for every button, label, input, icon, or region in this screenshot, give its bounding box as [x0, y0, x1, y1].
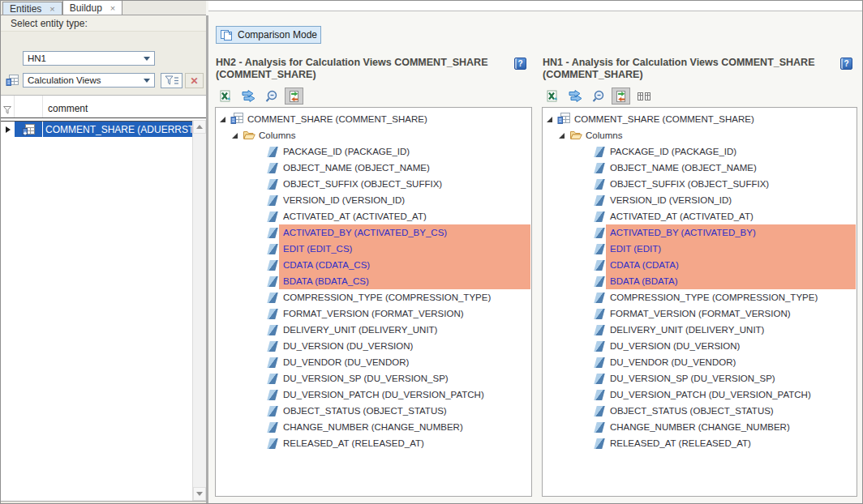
tree-column-row[interactable]: DU_VERSION_SP (DU_VERSION_SP): [216, 370, 531, 387]
column-label: DU_VENDOR (DU_VENDOR): [606, 354, 856, 370]
scroll-down-button[interactable]: [193, 487, 206, 501]
tab-buildup-close-icon[interactable]: ×: [110, 4, 115, 12]
tree-column-row[interactable]: DU_VERSION (DU_VERSION): [543, 338, 857, 354]
column-icon: [267, 163, 277, 173]
filter-funnel-icon: [165, 75, 179, 86]
compare-button[interactable]: [612, 88, 630, 105]
tree-column-row[interactable]: CHANGE_NUMBER (CHANGE_NUMBER): [216, 419, 531, 435]
expanded-arrow-icon[interactable]: [232, 133, 238, 139]
tree-column-row[interactable]: FORMAT_VERSION (FORMAT_VERSION): [216, 305, 531, 322]
sidebar-scrollbar[interactable]: [192, 120, 206, 501]
column-label: ACTIVATED_BY (ACTIVATED_BY): [606, 224, 856, 241]
filter-button[interactable]: [161, 73, 182, 88]
entity-row-selected[interactable]: COMMENT_SHARE (ADUERRSTEIN_T: [1, 122, 206, 137]
column-icon: [594, 357, 604, 368]
column-icon: [594, 374, 604, 384]
tree-column-row[interactable]: EDIT (EDIT_CS): [216, 241, 531, 257]
comment-column-header[interactable]: comment: [43, 103, 206, 117]
column-icon: [594, 195, 604, 206]
tree-column-row[interactable]: BDATA (BDATA_CS): [216, 273, 531, 289]
column-icon: [267, 260, 277, 271]
tree-folder-row[interactable]: Columns: [216, 127, 531, 143]
column-icon: [267, 244, 277, 254]
entity-type-select[interactable]: Calculation Views: [23, 73, 155, 88]
column-icon: [594, 163, 604, 173]
system-select-value: HN1: [28, 53, 46, 63]
panel-title-hn1: HN1 - Analysis for Calculation Views COM…: [543, 57, 835, 81]
tab-entities-close-icon[interactable]: ×: [49, 5, 54, 13]
help-icon[interactable]: ?: [840, 58, 852, 70]
column-label: BDATA (BDATA_CS): [279, 273, 530, 289]
tree-column-row[interactable]: BDATA (BDATA): [543, 273, 857, 289]
tree-column-row[interactable]: PACKAGE_ID (PACKAGE_ID): [216, 143, 531, 160]
tree-column-row[interactable]: ACTIVATED_AT (ACTIVATED_AT): [216, 208, 531, 224]
expanded-arrow-icon[interactable]: [220, 117, 225, 122]
tree-column-row[interactable]: OBJECT_STATUS (OBJECT_STATUS): [543, 403, 857, 419]
tree-root-row[interactable]: COMMENT_SHARE (COMMENT_SHARE): [543, 111, 857, 127]
calculation-view-icon: [6, 74, 19, 90]
transfer-button[interactable]: [566, 88, 585, 105]
column-layout-button[interactable]: [634, 88, 653, 105]
excel-export-button[interactable]: [217, 88, 235, 105]
tree-column-row[interactable]: DU_VENDOR (DU_VENDOR): [543, 354, 857, 370]
tree-column-row[interactable]: VERSION_ID (VERSION_ID): [543, 192, 857, 208]
tree-column-row[interactable]: DU_VERSION (DU_VERSION): [216, 338, 531, 354]
expanded-arrow-icon[interactable]: [559, 133, 565, 139]
tree-root-row[interactable]: COMMENT_SHARE (COMMENT_SHARE): [216, 111, 531, 127]
tree-column-row[interactable]: DU_VENDOR (DU_VENDOR): [216, 354, 531, 370]
tree-column-row[interactable]: EDIT (EDIT): [543, 241, 857, 257]
column-label: DELIVERY_UNIT (DELIVERY_UNIT): [606, 322, 856, 338]
column-icon: [267, 179, 277, 190]
tree-column-row[interactable]: ACTIVATED_AT (ACTIVATED_AT): [543, 208, 857, 224]
tree-column-row[interactable]: RELEASED_AT (RELEASED_AT): [216, 435, 531, 451]
system-select[interactable]: HN1: [23, 51, 155, 66]
tree-column-row[interactable]: DU_VERSION_PATCH (DU_VERSION_PATCH): [543, 387, 857, 403]
comparison-mode-button[interactable]: Comparison Mode: [216, 26, 321, 44]
sidebar: Entities × Buildup × Select entity type:…: [1, 1, 206, 503]
tab-buildup[interactable]: Buildup ×: [62, 0, 122, 15]
help-icon[interactable]: ?: [514, 58, 526, 70]
column-layout-icon: [637, 90, 651, 103]
excel-export-button[interactable]: [543, 88, 562, 105]
transfer-button[interactable]: [239, 88, 258, 105]
tree-column-row[interactable]: COMPRESSION_TYPE (COMPRESSION_TYPE): [216, 289, 531, 305]
clear-filter-button[interactable]: ✕: [185, 73, 204, 88]
tree-column-row[interactable]: OBJECT_NAME (OBJECT_NAME): [543, 160, 857, 176]
column-label: OBJECT_STATUS (OBJECT_STATUS): [279, 403, 530, 419]
tree-column-row[interactable]: COMPRESSION_TYPE (COMPRESSION_TYPE): [543, 289, 857, 305]
tree-column-row[interactable]: FORMAT_VERSION (FORMAT_VERSION): [543, 305, 857, 322]
column-icon: [594, 211, 604, 222]
folder-open-icon: [243, 130, 255, 142]
tree-column-row[interactable]: CDATA (CDATA): [543, 257, 857, 273]
scroll-up-button[interactable]: [193, 120, 206, 134]
tree-column-row[interactable]: OBJECT_NAME (OBJECT_NAME): [216, 160, 531, 176]
tree-column-row[interactable]: DELIVERY_UNIT (DELIVERY_UNIT): [543, 322, 857, 338]
tree-folder-row[interactable]: Columns: [543, 127, 857, 143]
tree-column-row[interactable]: CDATA (CDATA_CS): [216, 257, 531, 273]
column-label: ACTIVATED_AT (ACTIVATED_AT): [606, 208, 856, 224]
expanded-arrow-icon[interactable]: [547, 117, 552, 122]
zoom-filter-button[interactable]: [589, 88, 608, 105]
calculation-view-add-icon: [22, 123, 36, 136]
tree-column-row[interactable]: DU_VERSION_PATCH (DU_VERSION_PATCH): [216, 387, 531, 403]
tree-root-label: COMMENT_SHARE (COMMENT_SHARE): [574, 114, 754, 124]
compare-button[interactable]: [285, 88, 303, 105]
tree-column-row[interactable]: ACTIVATED_BY (ACTIVATED_BY): [543, 224, 857, 241]
tree-column-row[interactable]: ACTIVATED_BY (ACTIVATED_BY_CS): [216, 224, 531, 241]
column-icon: [267, 374, 277, 384]
tree-column-row[interactable]: OBJECT_SUFFIX (OBJECT_SUFFIX): [543, 176, 857, 192]
tree-column-row[interactable]: DELIVERY_UNIT (DELIVERY_UNIT): [216, 322, 531, 338]
tree-column-row[interactable]: DU_VERSION_SP (DU_VERSION_SP): [543, 370, 857, 387]
tree-panel-hn2: COMMENT_SHARE (COMMENT_SHARE) Columns PA…: [215, 107, 532, 497]
tree-column-row[interactable]: RELEASED_AT (RELEASED_AT): [543, 435, 857, 451]
zoom-filter-button[interactable]: [262, 88, 281, 105]
tree-column-row[interactable]: OBJECT_STATUS (OBJECT_STATUS): [216, 403, 531, 419]
tree-column-row[interactable]: OBJECT_SUFFIX (OBJECT_SUFFIX): [216, 176, 531, 192]
entity-row-label: COMMENT_SHARE (ADUERRSTEIN_T: [43, 122, 206, 137]
tab-entities[interactable]: Entities ×: [2, 2, 62, 15]
column-label: OBJECT_SUFFIX (OBJECT_SUFFIX): [279, 176, 530, 192]
tree-column-row[interactable]: VERSION_ID (VERSION_ID): [216, 192, 531, 208]
tree-column-row[interactable]: CHANGE_NUMBER (CHANGE_NUMBER): [543, 419, 857, 435]
tree-column-row[interactable]: PACKAGE_ID (PACKAGE_ID): [543, 143, 857, 160]
header-filter-cell[interactable]: [1, 96, 15, 117]
